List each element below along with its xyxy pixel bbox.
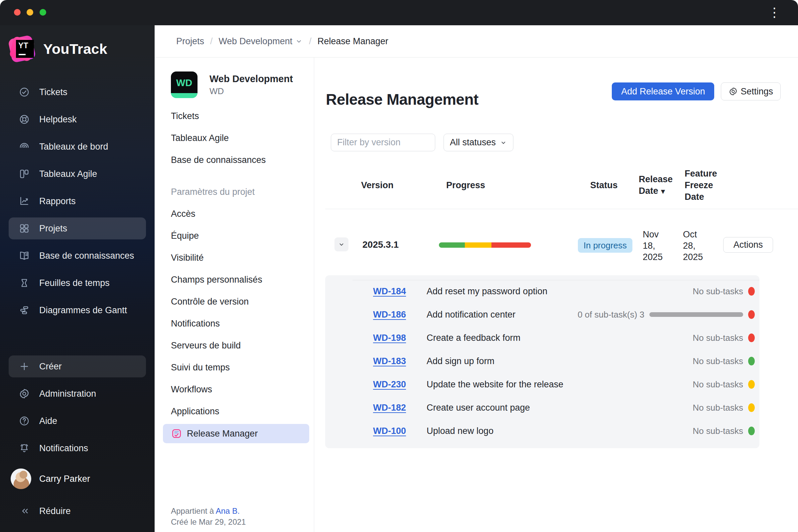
brand-name: YouTrack [43, 41, 108, 57]
progress-segment-green [439, 242, 465, 248]
issue-link[interactable]: WD-183 [373, 356, 426, 366]
plus-icon [19, 361, 30, 372]
close-window-icon[interactable] [14, 9, 21, 16]
settings-button[interactable]: Settings [721, 82, 781, 100]
status-dot [748, 357, 755, 365]
actions-button[interactable]: Actions [723, 237, 773, 253]
filter-by-version-input[interactable] [331, 134, 435, 151]
sidebar-item-agile-boards[interactable]: Tableaux Agile [8, 163, 146, 185]
window-titlebar: ⋮ [0, 0, 798, 25]
issue-title: Create user account page [426, 403, 530, 413]
project-item-team[interactable]: Équipe [163, 226, 306, 245]
subtask-count: No sub-tasks [692, 403, 743, 413]
project-settings-list: Accès Équipe Visibilité Champs personnal… [155, 205, 314, 421]
hourglass-icon [19, 277, 30, 289]
collapse-sidebar-button[interactable]: Réduire [0, 500, 155, 522]
issue-title: Add reset my password option [426, 286, 547, 297]
project-item-custom-fields[interactable]: Champs personnalisés [163, 270, 306, 289]
gear-icon [728, 87, 738, 96]
breadcrumb: Projets / Web Development / Release Mana… [155, 25, 798, 58]
issue-link[interactable]: WD-230 [373, 379, 426, 390]
status-filter-select[interactable]: All statuses [443, 134, 513, 151]
sidebar-item-notifications[interactable]: Notifications [8, 437, 146, 459]
user-name: Carry Parker [39, 474, 90, 484]
sidebar-item-timesheets[interactable]: Feuilles de temps [8, 272, 146, 294]
sidebar-item-helpdesk[interactable]: Helpdesk [8, 108, 146, 130]
status-dot [748, 334, 755, 342]
check-circle-icon [19, 87, 30, 98]
chevron-down-icon [295, 37, 303, 45]
zoom-window-icon[interactable] [40, 9, 46, 16]
project-name: Web Development [209, 73, 293, 84]
sidebar-item-help[interactable]: Aide [8, 410, 146, 432]
lifebuoy-icon [19, 114, 30, 125]
issue-row: WD-100 Upload new logo No sub-tasks [325, 422, 759, 440]
create-button[interactable]: Créer [8, 356, 146, 377]
subtask-count: 0 of sub-task(s) 3 [577, 309, 644, 320]
sidebar-item-label: Aide [39, 416, 57, 426]
project-item-applications[interactable]: Applications [163, 402, 306, 421]
project-item-release-manager[interactable]: Release Manager [163, 424, 309, 443]
project-item-time-tracking[interactable]: Suivi du temps [163, 358, 306, 377]
owner-link[interactable]: Ana B. [216, 507, 240, 515]
breadcrumb-separator: / [309, 36, 311, 46]
add-release-version-button[interactable]: Add Release Version [612, 82, 714, 100]
book-icon [19, 250, 30, 261]
gantt-icon [19, 305, 30, 316]
project-item-tickets[interactable]: Tickets [163, 107, 306, 125]
project-avatar: WD [171, 72, 197, 98]
sidebar-item-label: Administration [39, 389, 96, 399]
sidebar-item-projects[interactable]: Projets [8, 217, 146, 240]
user-menu[interactable]: Carry Parker [0, 467, 155, 491]
issue-title: Add sign up form [426, 356, 494, 366]
chevron-down-icon [338, 241, 345, 248]
issue-row: WD-198 Create a feedback form No sub-tas… [325, 328, 759, 347]
project-item-visibility[interactable]: Visibilité [163, 248, 306, 267]
status-dot [748, 403, 755, 412]
breadcrumb-separator: / [210, 36, 213, 46]
sidebar-item-tickets[interactable]: Tickets [8, 81, 146, 103]
youtrack-window: ⋮ YT YouTrack Tickets Helpdesk Tableaux … [0, 0, 798, 532]
sidebar-item-reports[interactable]: Rapports [8, 190, 146, 212]
sort-desc-icon: ▼ [660, 188, 667, 195]
project-header: WD Web Development WD [171, 72, 293, 98]
issue-link[interactable]: WD-186 [373, 309, 426, 320]
release-date-value: Nov 18, 2025 [643, 229, 669, 263]
breadcrumb-project-switcher[interactable]: Web Development [219, 36, 303, 46]
issue-title: Update the website for the release [426, 379, 563, 390]
sidebar-item-gantt-charts[interactable]: Diagrammes de Gantt [8, 299, 146, 321]
release-management-page: Release Management Add Release Version S… [315, 58, 798, 532]
column-header-release-date[interactable]: Release Date▼ [639, 174, 689, 197]
project-item-version-control[interactable]: Contrôle de version [163, 292, 306, 311]
column-header-version: Version [361, 179, 394, 191]
issue-link[interactable]: WD-184 [373, 286, 426, 297]
sidebar-item-knowledge-base[interactable]: Base de connaissances [8, 245, 146, 267]
issue-title: Create a feedback form [426, 333, 520, 343]
project-created: Créé le Mar 29, 2021 [171, 516, 246, 527]
project-item-notifications[interactable]: Notifications [163, 314, 306, 333]
project-item-workflows[interactable]: Workflows [163, 380, 306, 399]
subtask-count: No sub-tasks [692, 426, 743, 436]
collapse-label: Réduire [39, 506, 71, 516]
project-item-knowledge-base[interactable]: Base de connaissances [163, 151, 306, 169]
feature-freeze-date-value: Oct 28, 2025 [683, 229, 709, 263]
issue-link[interactable]: WD-182 [373, 403, 426, 413]
sidebar-item-administration[interactable]: Administration [8, 383, 146, 405]
kebab-menu-icon[interactable]: ⋮ [768, 4, 781, 21]
issue-row: WD-183 Add sign up form No sub-tasks [325, 352, 759, 370]
breadcrumb-current: Release Manager [318, 36, 388, 46]
project-item-build-servers[interactable]: Serveurs de build [163, 336, 306, 355]
issue-link[interactable]: WD-198 [373, 333, 426, 343]
sidebar-item-dashboards[interactable]: Tableaux de bord [8, 136, 146, 158]
breadcrumb-projects[interactable]: Projets [176, 36, 204, 46]
collapse-release-row-button[interactable] [335, 238, 348, 251]
minimize-window-icon[interactable] [26, 9, 33, 16]
sidebar-item-label: Feuilles de temps [39, 278, 110, 288]
column-header-progress: Progress [446, 179, 485, 191]
issue-link[interactable]: WD-100 [373, 426, 426, 436]
project-item-agile-boards[interactable]: Tableaux Agile [163, 129, 306, 147]
project-item-access[interactable]: Accès [163, 205, 306, 223]
sidebar-item-label: Base de connaissances [39, 251, 134, 261]
grid-icon [19, 223, 30, 234]
release-version: 2025.3.1 [362, 240, 399, 250]
